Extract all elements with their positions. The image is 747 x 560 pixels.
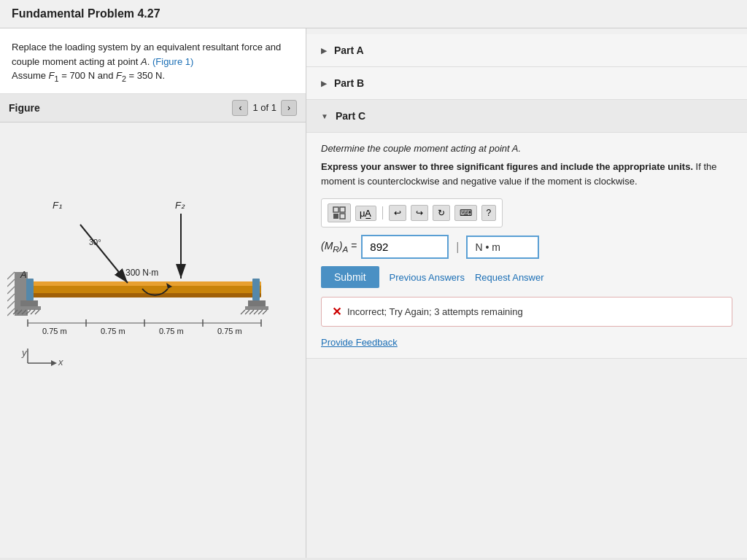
answer-toolbar: μA̲ ↩ ↪ ↻ ⌨ ?: [321, 198, 503, 228]
parts-container: ▶ Part A ▶ Part B ▼ Part C Determine the…: [306, 28, 747, 365]
part-c-label: Part C: [336, 110, 365, 122]
part-a-label: Part A: [334, 44, 364, 56]
answer-row: (MR)A = | N • m: [321, 235, 732, 259]
svg-text:F₁: F₁: [53, 200, 62, 211]
svg-rect-23: [245, 306, 268, 310]
svg-rect-54: [340, 207, 345, 212]
next-figure-button[interactable]: ›: [281, 100, 297, 116]
svg-text:F₂: F₂: [175, 200, 185, 211]
svg-rect-13: [252, 279, 260, 300]
request-answer-link[interactable]: Request Answer: [475, 272, 544, 283]
answer-input[interactable]: [361, 235, 449, 259]
undo-icon: ↩: [394, 208, 401, 218]
mu-icon: μA̲: [360, 208, 372, 219]
page-title: Fundamental Problem 4.27: [0, 0, 747, 28]
problem-text: Replace the loading system by an equival…: [0, 28, 306, 94]
svg-text:300 N·m: 300 N·m: [125, 268, 158, 278]
keyboard-icon: ⌨: [460, 208, 472, 218]
grid-icon-button[interactable]: [328, 203, 351, 222]
svg-rect-0: [7, 130, 292, 378]
svg-rect-53: [333, 207, 338, 212]
part-b-row[interactable]: ▶ Part B: [306, 67, 747, 100]
part-c-content: Determine the couple moment acting at po…: [306, 133, 747, 359]
svg-rect-9: [28, 281, 261, 286]
svg-text:0.75 m: 0.75 m: [217, 327, 242, 335]
submit-button[interactable]: Submit: [321, 266, 379, 288]
svg-rect-55: [333, 214, 338, 219]
refresh-button[interactable]: ↻: [433, 205, 450, 221]
submit-row: Submit Previous Answers Request Answer: [321, 266, 732, 288]
answer-units-box: N • m: [466, 236, 539, 259]
part-b-label: Part B: [334, 77, 364, 89]
part-a-arrow: ▶: [321, 47, 327, 55]
figure-svg: A: [7, 130, 292, 378]
error-box: ✕ Incorrect; Try Again; 3 attempts remai…: [321, 297, 732, 327]
help-button[interactable]: ?: [481, 205, 497, 221]
svg-text:0.75 m: 0.75 m: [42, 327, 67, 335]
answer-separator: |: [453, 241, 462, 254]
svg-text:A: A: [20, 269, 27, 280]
figure-label: Figure: [9, 102, 40, 114]
svg-rect-10: [28, 293, 261, 298]
svg-text:0.75 m: 0.75 m: [101, 327, 125, 335]
help-icon: ?: [487, 208, 492, 218]
svg-rect-15: [18, 306, 41, 310]
part-b-arrow: ▶: [321, 79, 327, 88]
error-icon: ✕: [332, 305, 341, 319]
answer-label: (MR)A =: [321, 240, 357, 254]
left-panel: Replace the loading system by an equival…: [0, 28, 306, 558]
keyboard-button[interactable]: ⌨: [454, 205, 477, 221]
nav-page-text: 1 of 1: [252, 102, 276, 113]
redo-button[interactable]: ↪: [411, 205, 428, 221]
prev-figure-button[interactable]: ‹: [232, 100, 248, 116]
part-c-row[interactable]: ▼ Part C: [306, 100, 747, 133]
error-message: Incorrect; Try Again; 3 attempts remaini…: [347, 306, 523, 317]
figure-area: Figure ‹ 1 of 1 ›: [0, 94, 306, 558]
redo-icon: ↪: [416, 208, 423, 218]
mu-button[interactable]: μA̲: [355, 206, 376, 221]
svg-text:x: x: [58, 357, 63, 368]
part-c-description: Determine the couple moment acting at po…: [321, 143, 732, 154]
part-c-instruction: Express your answer to three significant…: [321, 160, 732, 188]
svg-rect-22: [248, 300, 266, 306]
figure-link[interactable]: (Figure 1): [152, 56, 193, 67]
part-c-arrow: ▼: [321, 112, 328, 120]
grid-icon: [333, 206, 346, 219]
part-a-row[interactable]: ▶ Part A: [306, 34, 747, 67]
figure-label-bar: Figure ‹ 1 of 1 ›: [0, 94, 306, 122]
svg-rect-56: [340, 214, 345, 219]
undo-button[interactable]: ↩: [389, 205, 406, 221]
refresh-icon: ↻: [438, 208, 445, 218]
svg-rect-12: [26, 279, 34, 300]
svg-rect-14: [20, 300, 38, 306]
figure-canvas: A: [0, 122, 306, 558]
toolbar-separator: [382, 206, 383, 219]
provide-feedback-link[interactable]: Provide Feedback: [321, 337, 732, 348]
svg-text:0.75 m: 0.75 m: [159, 327, 184, 335]
previous-answers-link[interactable]: Previous Answers: [390, 272, 465, 283]
right-panel: ▶ Part A ▶ Part B ▼ Part C Determine the…: [306, 28, 747, 558]
nav-controls: ‹ 1 of 1 ›: [232, 100, 297, 116]
units-text: N • m: [475, 241, 500, 253]
